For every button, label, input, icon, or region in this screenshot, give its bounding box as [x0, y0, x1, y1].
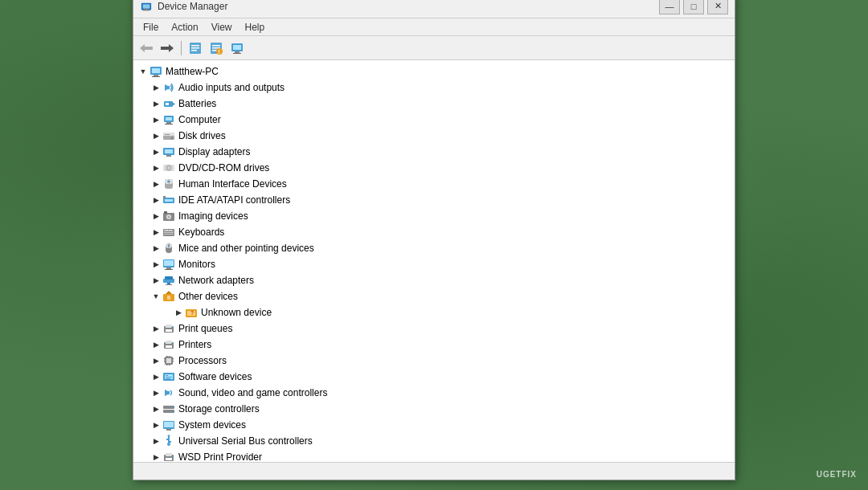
list-item[interactable]: ▼ Other devices — [133, 288, 735, 304]
list-item[interactable]: ▶ Network adapters — [133, 272, 735, 288]
svg-rect-91 — [166, 358, 171, 363]
svg-rect-5 — [145, 47, 153, 50]
title-bar: Device Manager — □ ✕ — [133, 0, 735, 18]
svg-rect-51 — [163, 196, 166, 198]
list-item[interactable]: ▶ WSD Print Provider — [133, 449, 735, 462]
svg-rect-29 — [173, 103, 174, 105]
menu-file[interactable]: File — [137, 20, 165, 35]
list-item[interactable]: ▶ Display adapters — [133, 144, 735, 160]
properties-button[interactable] — [186, 39, 205, 57]
list-item[interactable]: ▶ Human Interface Devices — [133, 176, 735, 192]
list-item[interactable]: ▶ Monitors — [133, 256, 735, 272]
svg-rect-57 — [164, 231, 174, 231]
svg-rect-60 — [165, 230, 166, 231]
window-title: Device Manager — [158, 1, 659, 12]
svg-rect-62 — [169, 230, 170, 231]
list-item[interactable]: ▶ Storage controllers — [133, 401, 735, 417]
svg-rect-63 — [171, 230, 173, 231]
list-item[interactable]: ▶ IDE ATA/ATAPI controllers — [133, 192, 735, 208]
list-item[interactable]: ▶ Print queues — [133, 321, 735, 337]
display-button[interactable] — [227, 39, 247, 57]
svg-rect-11 — [191, 50, 197, 51]
svg-rect-2 — [144, 8, 148, 10]
maximize-button[interactable]: □ — [683, 0, 704, 14]
svg-rect-67 — [168, 245, 170, 247]
item-label: System devices — [178, 419, 246, 431]
svg-marker-105 — [165, 390, 168, 396]
item-label: DVD/CD-ROM drives — [178, 162, 269, 174]
svg-point-55 — [168, 216, 170, 218]
svg-rect-19 — [233, 45, 241, 50]
svg-rect-33 — [166, 122, 171, 124]
svg-rect-96 — [166, 356, 168, 357]
status-bar — [133, 462, 735, 480]
svg-rect-61 — [167, 230, 169, 231]
list-item[interactable]: ▶ Batteries — [133, 96, 735, 112]
list-item[interactable]: ▶ ? Unknown device — [133, 304, 735, 321]
minimize-button[interactable]: — — [659, 0, 680, 14]
item-label: Storage controllers — [178, 403, 260, 414]
svg-rect-103 — [166, 377, 172, 378]
svg-rect-99 — [169, 365, 170, 365]
tree-root[interactable]: ▼ Matthew-PC — [133, 63, 735, 80]
item-label: Monitors — [178, 259, 215, 270]
list-item[interactable]: ▶ Audio inputs and outputs — [133, 80, 735, 96]
close-button[interactable]: ✕ — [707, 0, 728, 14]
svg-rect-115 — [166, 439, 169, 440]
root-expander[interactable]: ▼ — [137, 65, 149, 78]
list-item[interactable]: ▶ Computer — [133, 112, 735, 128]
svg-rect-23 — [152, 68, 160, 73]
menu-help[interactable]: Help — [239, 20, 272, 35]
svg-rect-48 — [167, 181, 170, 182]
svg-rect-59 — [164, 234, 174, 235]
svg-rect-53 — [164, 211, 167, 214]
list-item[interactable]: ▶ Mice and other pointing devices — [133, 240, 735, 256]
toolbar: ! — [133, 36, 735, 60]
svg-rect-71 — [165, 269, 173, 270]
list-item[interactable]: ▶ Processors — [133, 353, 735, 369]
svg-rect-104 — [166, 378, 170, 379]
svg-rect-75 — [166, 284, 172, 285]
item-label: Printers — [178, 339, 211, 350]
root-label: Matthew-PC — [166, 66, 219, 77]
svg-rect-13 — [212, 45, 220, 47]
item-label: Print queues — [178, 323, 232, 334]
svg-rect-102 — [166, 375, 168, 376]
menu-view[interactable]: View — [205, 20, 239, 35]
svg-rect-25 — [152, 76, 160, 77]
svg-rect-94 — [173, 358, 174, 360]
svg-marker-6 — [169, 44, 174, 52]
device-manager-window: Device Manager — □ ✕ File Action View He… — [133, 0, 735, 480]
list-item[interactable]: ▶ System devices — [133, 417, 735, 433]
computer-icon — [149, 65, 162, 78]
svg-rect-97 — [169, 356, 170, 357]
list-item[interactable]: ▶ Software devices — [133, 369, 735, 385]
svg-rect-112 — [164, 422, 174, 427]
svg-rect-30 — [166, 103, 169, 105]
forward-button[interactable] — [158, 39, 177, 57]
list-item[interactable]: ▶ Universal Serial Bus controllers — [133, 433, 735, 449]
svg-rect-21 — [233, 53, 241, 54]
list-item[interactable]: ▶ Sound, video and game controllers — [133, 385, 735, 401]
svg-rect-38 — [165, 134, 170, 135]
item-label: Disk drives — [178, 130, 226, 141]
svg-rect-24 — [154, 75, 158, 76]
svg-rect-73 — [165, 276, 173, 280]
svg-point-117 — [167, 443, 170, 446]
svg-rect-10 — [191, 47, 199, 49]
list-item[interactable]: ▶ Keyboards — [133, 224, 735, 240]
list-item[interactable]: ▶ Disk drives — [133, 128, 735, 144]
list-item[interactable]: ▶ Imaging devices — [133, 208, 735, 224]
svg-rect-32 — [166, 117, 172, 120]
back-button[interactable] — [137, 39, 156, 57]
svg-point-44 — [168, 167, 170, 169]
menu-action[interactable]: Action — [165, 20, 204, 35]
device-tree[interactable]: ▼ Matthew-PC ▶ — [133, 60, 735, 462]
list-item[interactable]: ▶ Printers — [133, 337, 735, 353]
item-label: Batteries — [178, 98, 216, 109]
expander[interactable]: ▶ — [149, 81, 162, 94]
svg-rect-116 — [169, 441, 171, 443]
list-item[interactable]: ▶ DVD/CD-ROM drives — [133, 160, 735, 176]
update-driver-button[interactable]: ! — [207, 39, 226, 57]
svg-rect-84 — [166, 329, 172, 332]
